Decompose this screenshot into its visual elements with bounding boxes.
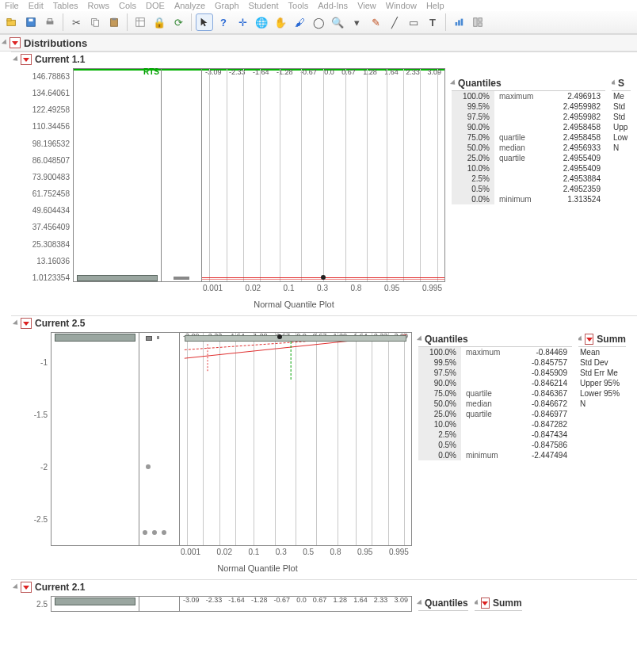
hotspot-icon[interactable] — [481, 598, 490, 609]
zoom-icon[interactable]: 🔍 — [329, 13, 346, 31]
open-icon[interactable] — [3, 13, 21, 31]
plot-area[interactable]: RTS -3.09-2.33 -1.64-1.28 -0.670.0 0.671… — [73, 68, 445, 282]
plot-area[interactable]: -3.09-2.33 -1.64-1.28 -0.670.0 0.671.28 … — [51, 596, 412, 612]
quantile-row: 50.0%median2.4956933 — [452, 143, 605, 153]
section-title: Current 2.1 — [35, 582, 85, 593]
cut-icon[interactable]: ✂ — [67, 13, 85, 31]
menu-rows[interactable]: Rows — [88, 0, 110, 11]
crosshair-icon[interactable]: ✛ — [234, 13, 251, 31]
quantiles-header[interactable]: Quantiles — [418, 332, 572, 347]
histogram-region[interactable]: RTS — [74, 69, 162, 281]
toolbar: ✂ 🔒 ⟳ ? ✛ 🌐 ✋ 🖌 ◯ 🔍 ▾ ✎ ╱ ▭ T — [0, 11, 637, 34]
print-icon[interactable] — [41, 13, 59, 31]
boxplot-box — [174, 277, 189, 280]
dropdown-icon[interactable]: ▾ — [348, 13, 365, 31]
shape-tool-icon[interactable]: ▭ — [405, 13, 422, 31]
section-current-2-1-header[interactable]: Current 2.1 — [11, 579, 637, 594]
summary-stats-header[interactable]: S — [612, 76, 631, 91]
line-tool-icon[interactable]: ╱ — [386, 13, 403, 31]
datatable-icon[interactable] — [132, 13, 149, 31]
distributions-header[interactable]: Distributions — [0, 34, 637, 52]
hotspot-icon[interactable] — [10, 37, 21, 48]
globe-icon[interactable]: 🌐 — [253, 13, 270, 31]
disclosure-icon[interactable] — [13, 583, 20, 590]
copy-icon[interactable] — [86, 13, 104, 31]
section-current-2-5-content: -1-1.5 -2-2.5 -3.09-2.33 — [0, 330, 637, 579]
svg-rect-9 — [112, 18, 116, 21]
boxplot-region[interactable] — [139, 333, 180, 545]
paste-icon[interactable] — [105, 13, 123, 31]
disclosure-icon[interactable] — [13, 319, 20, 326]
pointer-icon[interactable] — [196, 13, 213, 31]
menu-student[interactable]: Student — [249, 0, 279, 11]
histogram-region[interactable] — [51, 333, 139, 545]
section-title: Current 2.5 — [35, 318, 85, 329]
disclosure-icon[interactable] — [13, 55, 20, 63]
menu-doe[interactable]: DOE — [146, 0, 165, 11]
lasso-icon[interactable]: ◯ — [310, 13, 327, 31]
disclosure-icon[interactable] — [2, 39, 9, 46]
menu-view[interactable]: View — [357, 0, 376, 11]
menu-window[interactable]: Window — [386, 0, 417, 11]
histogram-bar — [55, 334, 135, 342]
menu-analyze[interactable]: Analyze — [174, 0, 205, 11]
section-current-1-1-content: 146.78863134.64061 122.49258110.34456 98… — [0, 67, 637, 315]
menu-help[interactable]: Help — [426, 0, 444, 11]
top-axis: -3.09-2.33 -1.64-1.28 -0.670.0 0.671.28 … — [180, 596, 411, 604]
menu-edit[interactable]: Edit — [29, 0, 44, 11]
toolbar-separator — [191, 13, 192, 31]
annotate-icon[interactable]: ✎ — [367, 13, 384, 31]
section-current-1-1-header[interactable]: Current 1.1 — [11, 52, 637, 67]
hotspot-icon[interactable] — [21, 318, 32, 329]
section-title: Current 1.1 — [35, 54, 85, 65]
hotspot-icon[interactable] — [21, 54, 32, 65]
disclosure-icon[interactable] — [475, 599, 480, 606]
normal-quantile-region[interactable]: -3.09-2.33 -1.64-1.28 -0.670.0 0.671.28 … — [180, 597, 411, 611]
lock-icon[interactable]: 🔒 — [151, 13, 168, 31]
hotspot-icon[interactable] — [585, 334, 593, 345]
quantile-row: 100.0%maximum2.496913 — [452, 91, 605, 101]
normal-quantile-region[interactable]: -3.09-2.33 -1.64-1.28 -0.670.0 0.671.28 … — [180, 333, 411, 545]
disclosure-icon[interactable] — [417, 599, 424, 606]
section-current-2-5-header[interactable]: Current 2.5 — [11, 315, 637, 330]
quantiles-panel-2: Quantiles 100.0%maximum-0.8446999.5%-0.8… — [418, 332, 572, 460]
help-icon[interactable]: ? — [215, 13, 232, 31]
quantile-row: 75.0%quartile-0.846367 — [418, 388, 572, 399]
outlier-point — [143, 530, 147, 535]
quantiles-header[interactable]: Quantiles — [452, 76, 605, 91]
menu-tools[interactable]: Tools — [288, 0, 309, 11]
chart-icon[interactable] — [450, 13, 467, 31]
brush-icon[interactable]: 🖌 — [291, 13, 308, 31]
quantiles-panel-1: Quantiles 100.0%maximum2.49691399.5%2.49… — [452, 76, 605, 204]
disclosure-icon[interactable] — [578, 335, 584, 342]
quantiles-table: 100.0%maximum2.49691399.5%2.495998297.5%… — [452, 91, 605, 204]
plot-area[interactable]: -3.09-2.33 -1.64-1.28 -0.670.0 0.671.28 … — [51, 332, 412, 546]
menu-graph[interactable]: Graph — [215, 0, 239, 11]
summary-stats-header[interactable]: Summ — [578, 332, 626, 347]
histogram-region[interactable] — [51, 597, 139, 611]
menu-addins[interactable]: Add-Ins — [318, 0, 348, 11]
boxplot-region[interactable] — [139, 597, 180, 611]
quantile-row: 2.5%-0.847434 — [418, 430, 572, 440]
quantile-row: 99.5%-0.845757 — [418, 357, 572, 368]
quantile-row: 0.0%minimum1.313524 — [452, 194, 605, 204]
svg-rect-17 — [479, 18, 482, 21]
hand-icon[interactable]: ✋ — [272, 13, 289, 31]
normal-quantile-region[interactable]: -3.09-2.33 -1.64-1.28 -0.670.0 0.671.28 … — [202, 69, 444, 281]
chart-current-2-5: -1-1.5 -2-2.5 -3.09-2.33 — [16, 332, 412, 573]
disclosure-icon[interactable] — [612, 79, 617, 86]
quantiles-header[interactable]: Quantiles — [418, 596, 468, 611]
save-icon[interactable] — [22, 13, 40, 31]
menu-cols[interactable]: Cols — [119, 0, 136, 11]
text-tool-icon[interactable]: T — [424, 13, 441, 31]
hotspot-icon[interactable] — [21, 582, 32, 593]
disclosure-icon[interactable] — [417, 335, 424, 342]
refresh-icon[interactable]: ⟳ — [170, 13, 187, 31]
boxplot-region[interactable] — [162, 69, 202, 281]
quantile-row: 90.0%-0.846214 — [418, 378, 572, 388]
menu-file[interactable]: File — [5, 0, 19, 11]
summary-stats-header[interactable]: Summ — [475, 596, 522, 611]
layout-icon[interactable] — [469, 13, 486, 31]
disclosure-icon[interactable] — [450, 79, 457, 86]
menu-tables[interactable]: Tables — [53, 0, 78, 11]
